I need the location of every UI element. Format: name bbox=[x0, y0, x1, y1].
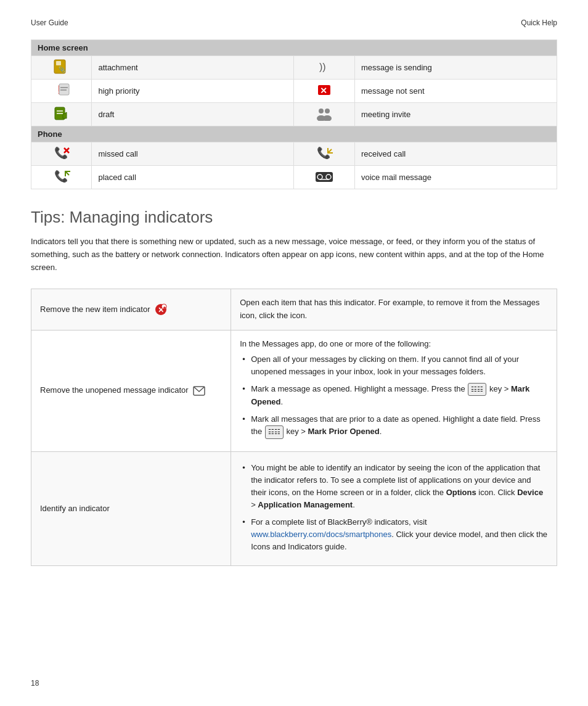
row-label-unopened: Remove the unopened message indicator bbox=[31, 330, 231, 451]
list-item: Open all of your messages by clicking on… bbox=[240, 353, 548, 378]
table-row: Remove the unopened message indicator In… bbox=[31, 330, 557, 451]
attachment-label: attachment bbox=[92, 56, 294, 80]
svg-text:)): )) bbox=[319, 62, 326, 72]
icon-high-priority: ❗ bbox=[31, 80, 92, 103]
icon-not-sent: ✕ bbox=[294, 80, 354, 103]
voicemail-icon-svg bbox=[314, 169, 334, 184]
placed-call-label: placed call bbox=[92, 166, 294, 189]
blackberry-link[interactable]: www.blackberry.com/docs/smartphones bbox=[251, 530, 391, 539]
voicemail-label: voice mail message bbox=[354, 166, 557, 189]
icon-placed-call: 📞 bbox=[31, 166, 92, 189]
page-header: User Guide Quick Help bbox=[31, 18, 557, 27]
unopened-bullet-list: Open all of your messages by clicking on… bbox=[240, 353, 548, 439]
table-row: ❗ high priority ✕ message not sent bbox=[31, 80, 557, 103]
not-sent-label: message not sent bbox=[354, 80, 557, 103]
phone-label: Phone bbox=[31, 126, 557, 142]
list-item: For a complete list of BlackBerry® indic… bbox=[240, 516, 548, 553]
draft-label: draft bbox=[92, 103, 294, 126]
not-sent-icon-svg: ✕ bbox=[316, 83, 333, 97]
list-item: Mark all messages that are prior to a da… bbox=[240, 413, 548, 438]
icon-attachment: 📎 bbox=[31, 56, 92, 80]
bb-key-icon: ☷☷ bbox=[468, 383, 486, 396]
draft-icon-svg bbox=[53, 106, 70, 121]
svg-point-15 bbox=[325, 109, 330, 113]
msg-icon bbox=[193, 386, 205, 396]
svg-point-17 bbox=[323, 115, 332, 121]
icon-sending: )) bbox=[294, 56, 354, 80]
header-right: Quick Help bbox=[521, 18, 557, 27]
table-row: draft meeting invite bbox=[31, 103, 557, 126]
svg-rect-25 bbox=[316, 172, 333, 182]
high-priority-label: high priority bbox=[92, 80, 294, 103]
home-screen-header: Home screen bbox=[31, 40, 557, 56]
received-call-icon-svg: 📞 bbox=[316, 146, 333, 160]
svg-rect-5 bbox=[59, 84, 69, 95]
row-content-identify: You might be able to identify an indicat… bbox=[231, 451, 557, 566]
tips-intro: Indicators tell you that there is someth… bbox=[31, 236, 557, 274]
list-item: You might be able to identify an indicat… bbox=[240, 462, 548, 512]
icon-received-call: 📞 bbox=[294, 142, 354, 166]
table-row: Identify an indicator You might be able … bbox=[31, 451, 557, 566]
meeting-icon-svg bbox=[316, 106, 333, 121]
icon-draft bbox=[31, 103, 92, 126]
row-label-new-item: Remove the new item indicator ✕ ★ bbox=[31, 289, 231, 330]
new-item-icon: ✕ ★ bbox=[155, 303, 167, 316]
indicators-table: Remove the new item indicator ✕ ★ Open e… bbox=[31, 289, 557, 566]
svg-rect-1 bbox=[56, 61, 61, 65]
row-content-unopened: In the Messages app, do one or more of t… bbox=[231, 330, 557, 451]
table-row: 📎 attachment )) message is sending bbox=[31, 56, 557, 80]
icon-missed-call: 📞 bbox=[31, 142, 92, 166]
tips-title: Tips: Managing indicators bbox=[31, 208, 557, 227]
page-number: 18 bbox=[31, 679, 39, 688]
table-row: Remove the new item indicator ✕ ★ Open e… bbox=[31, 289, 557, 330]
icon-voicemail bbox=[294, 166, 354, 189]
received-call-label: received call bbox=[354, 142, 557, 166]
icon-reference-table: Home screen 📎 attachment )) message is s… bbox=[31, 39, 557, 189]
row-content-new-item: Open each item that has this indicator. … bbox=[231, 289, 557, 330]
list-item: Mark a message as opened. Highlight a me… bbox=[240, 383, 548, 408]
svg-point-14 bbox=[319, 109, 324, 113]
missed-call-icon-svg: 📞 bbox=[53, 146, 70, 160]
high-priority-icon-svg: ❗ bbox=[53, 83, 70, 97]
row-label-identify: Identify an indicator bbox=[31, 451, 231, 566]
header-left: User Guide bbox=[31, 18, 68, 27]
svg-text:📎: 📎 bbox=[58, 66, 65, 73]
bb-key-icon-2: ☷☷ bbox=[265, 425, 284, 438]
sending-icon-svg: )) bbox=[316, 59, 333, 74]
icon-meeting bbox=[294, 103, 354, 126]
sending-label: message is sending bbox=[354, 56, 557, 80]
table-row: 📞 placed call voice mail message bbox=[31, 166, 557, 189]
home-screen-label: Home screen bbox=[31, 40, 557, 56]
missed-call-label: missed call bbox=[92, 142, 294, 166]
phone-header: Phone bbox=[31, 126, 557, 142]
svg-text:✕: ✕ bbox=[320, 86, 327, 96]
meeting-label: meeting invite bbox=[354, 103, 557, 126]
placed-call-icon-svg: 📞 bbox=[53, 169, 70, 184]
svg-text:📞: 📞 bbox=[54, 146, 68, 160]
identify-bullet-list: You might be able to identify an indicat… bbox=[240, 462, 548, 554]
attachment-icon-svg: 📎 bbox=[53, 59, 70, 74]
table-row: 📞 missed call 📞 received call bbox=[31, 142, 557, 166]
